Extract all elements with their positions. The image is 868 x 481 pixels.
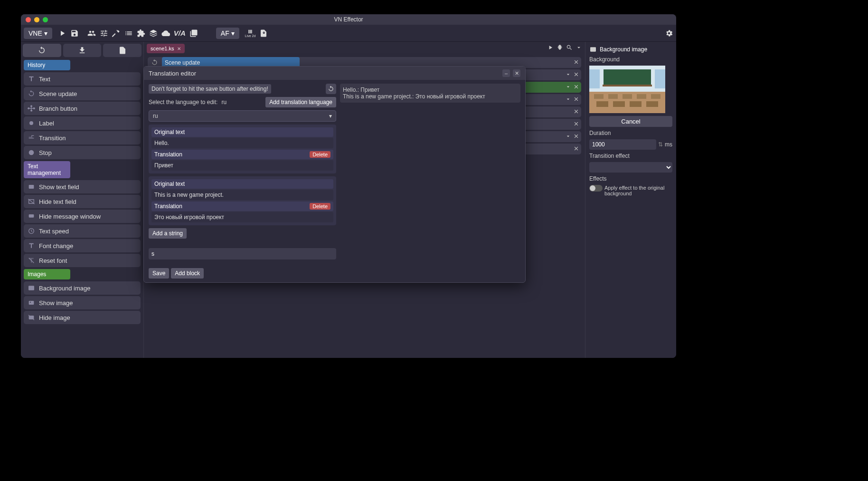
- sidebar-item-hide-msg[interactable]: Hide message window: [24, 210, 141, 223]
- svg-rect-19: [655, 69, 665, 88]
- close-icon[interactable]: ✕: [513, 69, 520, 77]
- sidebar-item-label[interactable]: Label: [24, 116, 141, 130]
- layers-icon[interactable]: [149, 29, 158, 38]
- chevron-down-icon[interactable]: [565, 133, 571, 141]
- chevron-down-icon: ▾: [231, 29, 235, 37]
- settings-icon[interactable]: [665, 29, 673, 38]
- language-select[interactable]: ru ▾: [149, 110, 336, 122]
- sidebar-item-hide-image[interactable]: Hide image: [24, 311, 141, 324]
- search-icon[interactable]: [566, 44, 573, 53]
- minimize-icon[interactable]: –: [502, 69, 510, 77]
- bug-icon[interactable]: [557, 44, 563, 53]
- vne-menu-button[interactable]: VNE ▾: [24, 28, 52, 39]
- play-small-icon[interactable]: [547, 44, 554, 53]
- svg-rect-27: [630, 101, 642, 107]
- section-header-images: Images: [24, 269, 70, 279]
- play-icon[interactable]: [58, 29, 66, 38]
- save-button[interactable]: Save: [149, 268, 169, 279]
- sidebar-item-text[interactable]: Text: [24, 72, 141, 86]
- center-actions: [547, 44, 582, 53]
- close-icon[interactable]: [573, 58, 579, 67]
- va-icon[interactable]: V/A: [174, 29, 186, 38]
- translation-text[interactable]: Привет: [151, 160, 333, 171]
- svg-point-1: [29, 150, 34, 155]
- cloud-icon[interactable]: [161, 29, 170, 38]
- close-icon[interactable]: [573, 83, 579, 92]
- close-icon[interactable]: [573, 120, 579, 129]
- apply-effect-toggle[interactable]: [589, 185, 603, 192]
- refresh-icon: [148, 59, 161, 66]
- transition-label: Transition effect: [589, 153, 672, 159]
- tab-scene1[interactable]: scene1.ks ✕: [147, 44, 185, 53]
- chevron-down-icon[interactable]: [565, 83, 571, 92]
- close-icon[interactable]: [573, 71, 579, 79]
- sidebar-item-font-change[interactable]: Font change: [24, 239, 141, 252]
- live2d-icon[interactable]: Live 2d: [245, 29, 256, 38]
- sidebar-item-stop[interactable]: Stop: [24, 146, 141, 159]
- sidebar-mode-download[interactable]: [63, 44, 102, 57]
- sidebar-item-transition[interactable]: Transition: [24, 131, 141, 144]
- add-block-button[interactable]: Add block: [171, 268, 204, 279]
- sidebar-item-text-speed[interactable]: Text speed: [24, 224, 141, 238]
- svg-rect-16: [604, 69, 651, 85]
- close-icon[interactable]: ✕: [177, 46, 181, 51]
- translation-text[interactable]: Это новый игровой проект: [151, 212, 333, 222]
- duration-input[interactable]: [589, 139, 656, 150]
- svg-rect-21: [608, 94, 618, 99]
- chevron-down-icon: ▾: [44, 29, 47, 37]
- svg-rect-26: [613, 101, 625, 107]
- close-icon[interactable]: [573, 96, 579, 104]
- cancel-button[interactable]: Cancel: [589, 116, 672, 127]
- main-toolbar: VNE ▾ V/A AF ▾ Live 2d: [21, 25, 676, 42]
- sliders-icon[interactable]: [100, 29, 108, 38]
- sidebar-item-branch[interactable]: Branch button: [24, 102, 141, 115]
- hammer-icon[interactable]: [112, 29, 121, 38]
- sidebar-item-bg-image[interactable]: Background image: [24, 281, 141, 295]
- minimize-window-icon[interactable]: [34, 17, 39, 22]
- translation-block-2: Original text This is a new game project…: [149, 176, 336, 225]
- maximize-window-icon[interactable]: [43, 17, 48, 22]
- svg-rect-18: [589, 69, 600, 88]
- delete-button[interactable]: Delete: [310, 203, 330, 210]
- svg-rect-24: [651, 94, 660, 99]
- sidebar-item-show-image[interactable]: Show image: [24, 296, 141, 309]
- panel-title: Background image: [589, 46, 672, 53]
- chevron-down-icon[interactable]: [565, 96, 571, 104]
- history-items: Text Scene update Branch button Label Tr…: [23, 72, 142, 159]
- af-menu-button[interactable]: AF ▾: [216, 28, 239, 39]
- sidebar-item-reset-font[interactable]: Reset font: [24, 254, 141, 267]
- sidebar-item-scene-update[interactable]: Scene update: [24, 87, 141, 100]
- section-header-text: Text management: [24, 161, 70, 178]
- chevron-down-icon[interactable]: [565, 71, 571, 79]
- list-icon[interactable]: [124, 29, 133, 38]
- save-icon[interactable]: [70, 29, 79, 38]
- export-icon[interactable]: [259, 29, 268, 38]
- block-input[interactable]: [149, 248, 336, 260]
- svg-rect-22: [623, 94, 632, 99]
- delete-button[interactable]: Delete: [310, 151, 330, 158]
- close-window-icon[interactable]: [26, 17, 31, 22]
- stepper-icon[interactable]: ⇅: [658, 141, 663, 148]
- puzzle-icon[interactable]: [137, 29, 145, 38]
- sidebar-mode-sync[interactable]: [23, 44, 61, 57]
- chevron-down-icon: ▾: [329, 113, 332, 119]
- vne-label: VNE: [28, 29, 42, 37]
- users-icon[interactable]: [87, 29, 96, 38]
- refresh-button[interactable]: [326, 84, 336, 94]
- chevron-down-icon[interactable]: [576, 44, 582, 53]
- add-language-button[interactable]: Add translation language: [265, 97, 336, 107]
- close-icon[interactable]: [573, 133, 579, 141]
- close-icon[interactable]: [573, 108, 579, 116]
- transition-select[interactable]: [589, 162, 672, 173]
- background-thumbnail[interactable]: [589, 66, 665, 113]
- add-string-button[interactable]: Add a string: [149, 228, 187, 239]
- original-text: Hello.: [151, 138, 333, 148]
- sidebar-item-show-text[interactable]: Show text field: [24, 180, 141, 193]
- dialog-titlebar[interactable]: Translation editor – ✕: [144, 67, 525, 80]
- svg-rect-25: [596, 101, 608, 107]
- image-items: Background image Show image Hide image: [23, 281, 142, 324]
- sidebar-item-hide-text[interactable]: Hide text field: [24, 195, 141, 208]
- close-icon[interactable]: [573, 145, 579, 154]
- sidebar-mode-document[interactable]: [103, 44, 142, 57]
- book-icon[interactable]: [189, 29, 198, 38]
